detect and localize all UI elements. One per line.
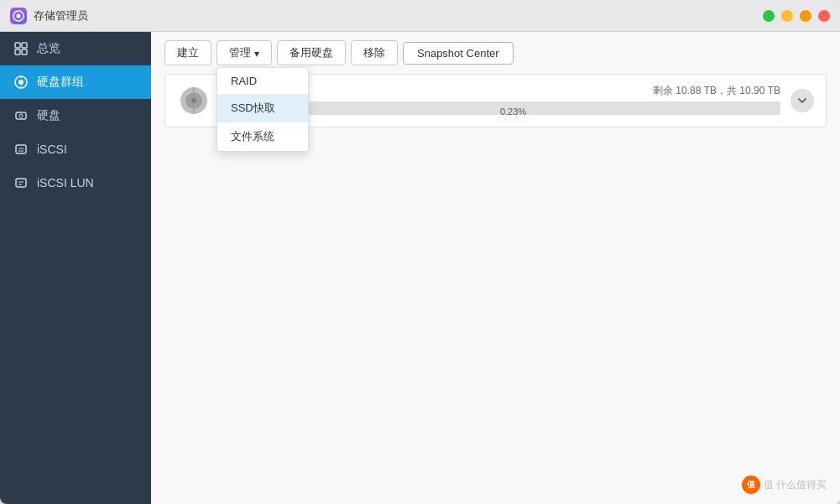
manage-button[interactable]: 管理 <box>217 40 272 65</box>
svg-point-7 <box>18 80 23 85</box>
svg-rect-2 <box>15 43 20 48</box>
svg-point-18 <box>191 98 196 103</box>
sidebar-item-iscsi-label: iSCSI <box>37 143 67 156</box>
menu-item-ssd-cache[interactable]: SSD快取 <box>217 94 308 122</box>
progress-percent-label: 0.23% <box>246 105 780 118</box>
sidebar-item-disk[interactable]: 硬盘 <box>0 99 151 132</box>
svg-rect-13 <box>16 179 26 187</box>
watermark-text: 值 什么值得买 <box>764 478 827 492</box>
app-icon <box>10 8 27 24</box>
svg-rect-8 <box>16 112 26 119</box>
watermark-logo: 值 <box>742 475 760 494</box>
app-window: 存储管理员 总览 <box>0 0 840 504</box>
svg-point-9 <box>19 114 23 117</box>
menu-item-filesystem[interactable]: 文件系统 <box>217 122 308 151</box>
sidebar-item-disk-group[interactable]: 硬盘群组 <box>0 65 151 99</box>
create-button[interactable]: 建立 <box>164 40 211 65</box>
iscsi-icon <box>13 142 29 157</box>
sidebar-item-overview[interactable]: 总览 <box>0 32 151 65</box>
spare-disk-button[interactable]: 备用硬盘 <box>277 40 346 65</box>
app-title: 存储管理员 <box>34 8 763 23</box>
manage-dropdown-menu: RAID SSD快取 文件系统 <box>217 67 309 152</box>
remove-button[interactable]: 移除 <box>351 40 398 65</box>
disk-icon <box>13 108 29 123</box>
sidebar: 总览 硬盘群组 <box>0 32 151 504</box>
sidebar-item-iscsi-lun-label: iSCSI LUN <box>37 176 94 190</box>
svg-point-1 <box>17 13 21 18</box>
minimize-button[interactable] <box>781 10 793 22</box>
snapshot-center-button[interactable]: Snapshot Center <box>403 42 514 65</box>
watermark: 值 值 什么值得买 <box>742 475 827 494</box>
sidebar-item-disk-group-label: 硬盘群组 <box>37 75 84 90</box>
expand-button[interactable] <box>790 89 814 112</box>
disk-group-icon <box>13 75 29 90</box>
disk-space-info: 剩余 10.88 TB，共 10.90 TB <box>653 84 780 98</box>
disk-info: D 5 / 良好 剩余 10.88 TB，共 10.90 TB 0.23% <box>246 83 780 118</box>
manage-dropdown-wrapper: 管理 RAID SSD快取 文件系统 <box>217 40 272 65</box>
window-controls <box>763 10 830 22</box>
maximize-button[interactable] <box>763 10 775 22</box>
svg-rect-4 <box>15 49 20 55</box>
sidebar-item-iscsi[interactable]: iSCSI <box>0 132 151 166</box>
svg-rect-3 <box>22 43 27 48</box>
iscsi-lun-icon <box>13 175 29 190</box>
close-button[interactable] <box>818 10 830 22</box>
disk-drive-icon <box>177 84 211 117</box>
fullscreen-button[interactable] <box>800 10 811 22</box>
content-area: 建立 管理 RAID SSD快取 文件系统 备用硬盘 移除 S <box>151 32 840 504</box>
toolbar: 建立 管理 RAID SSD快取 文件系统 备用硬盘 移除 S <box>151 32 840 74</box>
svg-rect-5 <box>22 49 27 55</box>
sidebar-item-overview-label: 总览 <box>37 41 60 56</box>
manage-label: 管理 <box>229 45 251 60</box>
grid-icon <box>13 41 29 56</box>
menu-item-raid[interactable]: RAID <box>217 68 308 94</box>
titlebar: 存储管理员 <box>0 0 840 32</box>
sidebar-item-disk-label: 硬盘 <box>37 108 60 123</box>
main-layout: 总览 硬盘群组 <box>0 32 840 504</box>
disk-info-top: D 5 / 良好 剩余 10.88 TB，共 10.90 TB <box>246 83 780 98</box>
sidebar-item-iscsi-lun[interactable]: iSCSI LUN <box>0 166 151 200</box>
svg-rect-10 <box>16 145 26 153</box>
chevron-down-icon <box>254 47 259 60</box>
